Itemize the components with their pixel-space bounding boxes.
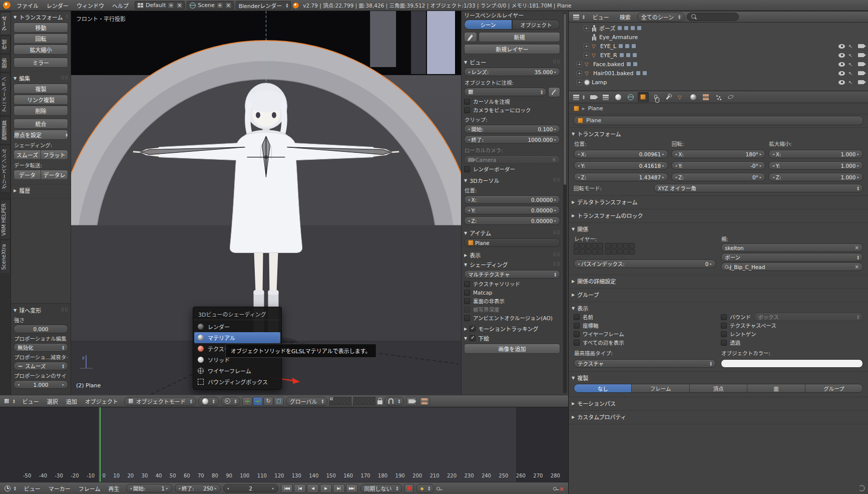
increment-icon[interactable] <box>554 208 556 212</box>
outliner-item-eye-armature[interactable]: Eye_Armature <box>569 33 868 42</box>
selectable-toggle-icon[interactable] <box>848 43 854 49</box>
tab-physics[interactable]: 物理演算 <box>0 116 11 144</box>
tab-animation[interactable]: アニメーション <box>0 73 11 116</box>
current-frame-field[interactable]: 2 <box>223 484 278 492</box>
breadcrumb-object[interactable]: Plane <box>588 105 603 112</box>
view-section-header[interactable]: ビュー <box>464 57 560 67</box>
object-layers-grid[interactable] <box>574 243 716 255</box>
shade-flat-button[interactable]: フラット <box>41 150 68 160</box>
lock-object-select[interactable] <box>464 88 547 96</box>
parent-bone-field[interactable]: J_Bip_C_Head <box>721 263 863 271</box>
menu-item[interactable]: オブジェクト <box>81 397 122 405</box>
dup-none-option[interactable]: なし <box>574 384 632 392</box>
keyframe-tool-icon[interactable] <box>553 487 557 490</box>
duplication-header[interactable]: 複製 <box>572 373 865 382</box>
decrement-icon[interactable] <box>772 152 774 156</box>
expand-icon[interactable] <box>584 26 589 31</box>
panel-grip-icon[interactable] <box>553 177 560 183</box>
lock-cursor-checkbox[interactable]: カーソルを注視 <box>464 97 560 106</box>
render-toggle-icon[interactable] <box>858 44 864 48</box>
menu-item[interactable]: 選択 <box>43 397 62 405</box>
panel-grip-icon[interactable] <box>553 252 560 258</box>
join-button[interactable]: 統合 <box>14 119 68 129</box>
proportional-size-field[interactable]: 1.000 <box>14 380 68 389</box>
expand-icon[interactable] <box>577 62 582 67</box>
motion-paths-header[interactable]: モーションパス <box>572 398 865 408</box>
clip-end-field[interactable]: 終了: 1000.000 <box>464 135 560 144</box>
decrement-icon[interactable] <box>772 175 774 179</box>
dup-verts-option[interactable]: 頂点 <box>690 384 747 392</box>
increment-icon[interactable] <box>662 164 664 168</box>
decrement-icon[interactable] <box>675 175 677 179</box>
decrement-icon[interactable] <box>468 138 470 142</box>
menu-item[interactable]: ビュー <box>20 484 45 492</box>
add-layout-button[interactable]: + <box>168 2 174 9</box>
rotation-z-field[interactable]: Z:0° <box>671 173 766 181</box>
mode-select[interactable]: オブジェクトモード <box>124 397 196 406</box>
item-name-field[interactable]: Plane <box>464 238 560 247</box>
show-axis-checkbox[interactable]: 座標軸 <box>574 321 716 330</box>
scale-manipulator-button[interactable] <box>274 397 284 406</box>
increment-icon[interactable] <box>662 152 664 156</box>
properties-editor-select[interactable] <box>572 95 586 99</box>
outliner-item-lamp[interactable]: Lamp <box>569 78 868 87</box>
shading-section-header[interactable]: シェーディング <box>464 260 560 269</box>
panel-grip-icon[interactable] <box>553 59 560 65</box>
viewport-3d[interactable]: z フロント・平行投影 (2) Plane 3Dビューのシェーディング レンダー <box>71 11 461 395</box>
increment-icon[interactable] <box>554 70 556 74</box>
decrement-icon[interactable] <box>130 486 132 490</box>
decrement-icon[interactable] <box>772 164 774 168</box>
relations-extras-header[interactable]: 関係の詳細設定 <box>572 276 865 286</box>
cursor-z-field[interactable]: Z: 0.00000 <box>464 216 560 225</box>
panel-transform-header[interactable]: トランスフォーム <box>14 12 68 22</box>
outliner-item-face-baked[interactable]: Face.baked <box>569 60 868 69</box>
tab-world[interactable] <box>625 92 636 102</box>
increment-icon[interactable] <box>710 262 712 266</box>
clear-bone-icon[interactable] <box>855 264 859 270</box>
editor-type-select[interactable] <box>3 398 17 404</box>
dup-faces-option[interactable]: 面 <box>747 384 805 392</box>
translate-manipulator-button[interactable] <box>253 397 263 406</box>
timeline-editor-select[interactable] <box>3 485 18 491</box>
insert-keyframe-icon[interactable] <box>437 487 440 490</box>
matcap-checkbox[interactable]: Matcap <box>464 288 560 297</box>
cursor-y-field[interactable]: Y: 0.00000 <box>464 206 560 214</box>
clip-start-field[interactable]: 開始: 0.100 <box>464 125 560 133</box>
data-layout-button[interactable]: データレ <box>41 170 68 180</box>
tab-physics[interactable] <box>725 92 736 102</box>
menu-item[interactable]: ヘルプ <box>108 2 133 10</box>
outliner-item-eye-l[interactable]: EYE_L <box>569 42 868 51</box>
outliner-search-input[interactable] <box>687 13 739 21</box>
tab-vrm-helper[interactable]: VRM HELPER <box>0 199 11 239</box>
outliner-display-select[interactable]: 全てのシーン <box>637 13 684 22</box>
parent-field[interactable]: skelton <box>721 243 863 252</box>
scene-selector[interactable]: Scene + × <box>187 1 234 10</box>
object-color-swatch[interactable] <box>721 359 863 368</box>
menu-item[interactable]: マーカー <box>45 484 75 492</box>
blender-logo-icon[interactable] <box>3 2 11 9</box>
play-reverse-button[interactable] <box>307 484 319 493</box>
ao-checkbox[interactable]: アンビエントオクルージョン(AO) <box>464 314 560 322</box>
groups-header[interactable]: グループ <box>572 290 865 299</box>
delete-button[interactable]: 削除 <box>14 106 68 116</box>
increment-icon[interactable] <box>554 138 556 142</box>
rotate-manipulator-button[interactable] <box>263 397 273 406</box>
show-bounds-checkbox[interactable]: バウンド <box>721 313 751 321</box>
increment-icon[interactable] <box>554 127 556 131</box>
shading-option-wireframe[interactable]: ワイヤーフレーム <box>193 365 281 376</box>
location-x-field[interactable]: X:0.00961 <box>574 150 668 158</box>
increment-icon[interactable] <box>554 219 556 223</box>
panel-grip-icon[interactable] <box>61 307 68 313</box>
gp-new-button[interactable]: 新規 <box>479 32 560 42</box>
render-toggle-icon[interactable] <box>858 71 864 75</box>
rotate-button[interactable]: 回転 <box>14 34 68 44</box>
duplicate-button[interactable]: 複製 <box>14 84 68 94</box>
lens-field[interactable]: レンズ: 35.000 <box>464 68 560 76</box>
layer-buttons[interactable] <box>329 397 375 405</box>
outliner-search-menu[interactable]: 検索 <box>616 13 635 21</box>
location-y-field[interactable]: Y:0.41618 <box>574 161 668 170</box>
decrement-icon[interactable] <box>578 152 580 156</box>
tab-texture[interactable] <box>700 92 711 102</box>
backface-culling-checkbox[interactable]: 裏面の非表示 <box>464 297 560 305</box>
n-panel-scrollbar[interactable] <box>563 13 567 393</box>
